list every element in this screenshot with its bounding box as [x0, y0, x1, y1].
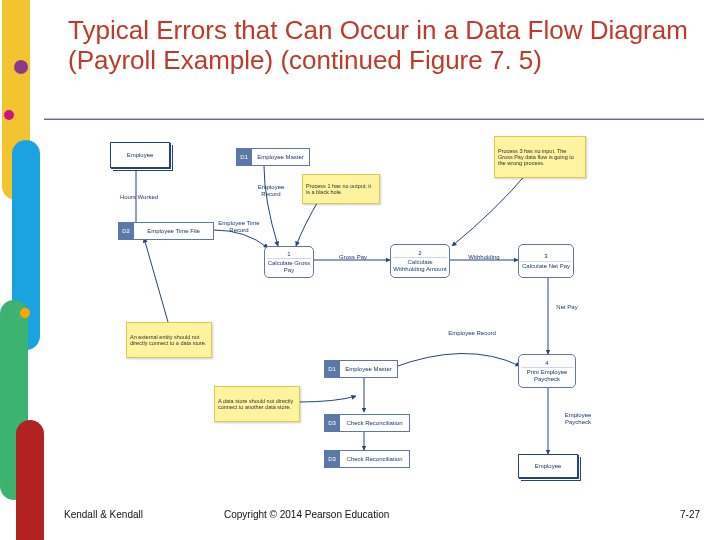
external-entity-employee-sink: Employee — [518, 454, 578, 478]
store-name: Check Reconciliation — [340, 451, 409, 467]
error-note-process1-black-hole: Process 1 has no output; it is a black h… — [302, 174, 380, 204]
data-store-d3-check-reconciliation: D3 Check Reconciliation — [324, 414, 410, 432]
error-note-entity-to-store: An external entity should not directly c… — [126, 322, 212, 358]
dfd-diagram: Employee D1 Employee Master Employee Rec… — [96, 130, 656, 490]
process-name: Calculate Withholding Amount — [393, 259, 447, 272]
flow-label-employee-record-2: Employee Record — [446, 328, 498, 339]
data-store-d1-employee-master: D1 Employee Master — [236, 148, 310, 166]
store-id: D1 — [324, 361, 340, 377]
decorative-sidebar — [0, 0, 34, 540]
process-1-calculate-gross-pay: 1 Calculate Gross Pay — [264, 246, 314, 278]
flow-label-hours-worked: Hours Worked — [116, 192, 162, 203]
title-rule — [44, 119, 704, 120]
process-name: Calculate Gross Pay — [267, 260, 311, 273]
data-store-d3-check-reconciliation-2: D3 Check Reconciliation — [324, 450, 410, 468]
process-number: 4 — [521, 360, 573, 369]
store-name: Check Reconciliation — [340, 415, 409, 431]
data-store-d1-employee-master-2: D1 Employee Master — [324, 360, 398, 378]
flow-label-withholding: Withholding — [456, 252, 512, 263]
flow-label-employee-paycheck: Employee Paycheck — [552, 410, 604, 427]
error-note-process3-no-input: Process 3 has no input. The Gross Pay da… — [494, 136, 586, 178]
slide: Typical Errors that Can Occur in a Data … — [0, 0, 720, 540]
process-number: 3 — [521, 253, 571, 262]
process-4-print-paycheck: 4 Print Employee Paycheck — [518, 354, 576, 388]
flow-label-gross-pay: Gross Pay — [328, 252, 378, 263]
flow-label-employee-record: Employee Record — [246, 182, 296, 199]
decor-dot — [20, 308, 30, 318]
flow-label-employee-time-record: Employee Time Record — [212, 218, 266, 235]
slide-title: Typical Errors that Can Occur in a Data … — [68, 16, 688, 76]
decor-dot — [4, 110, 14, 120]
store-id: D1 — [236, 149, 252, 165]
external-entity-employee: Employee — [110, 142, 170, 168]
store-name: Employee Master — [340, 361, 397, 377]
process-name: Print Employee Paycheck — [521, 369, 573, 382]
footer-page: 7-27 — [680, 509, 700, 520]
store-name: Employee Master — [252, 149, 309, 165]
flow-label-net-pay: Net Pay — [552, 302, 582, 313]
store-id: D3 — [324, 451, 340, 467]
store-id: D2 — [118, 223, 134, 239]
store-name: Employee Time File — [134, 223, 213, 239]
process-number: 2 — [393, 250, 447, 259]
process-2-calculate-withholding: 2 Calculate Withholding Amount — [390, 244, 450, 278]
footer-author: Kendall & Kendall — [64, 509, 143, 520]
decor-stripe — [16, 420, 44, 540]
error-note-store-to-store: A data store should not directly connect… — [214, 386, 300, 422]
process-number: 1 — [267, 251, 311, 260]
footer-copyright: Copyright © 2014 Pearson Education — [224, 509, 389, 520]
process-name: Calculate Net Pay — [522, 263, 570, 270]
process-3-calculate-net-pay: 3 Calculate Net Pay — [518, 244, 574, 278]
store-id: D3 — [324, 415, 340, 431]
data-store-d2-employee-time-file: D2 Employee Time File — [118, 222, 214, 240]
decor-dot — [14, 60, 28, 74]
